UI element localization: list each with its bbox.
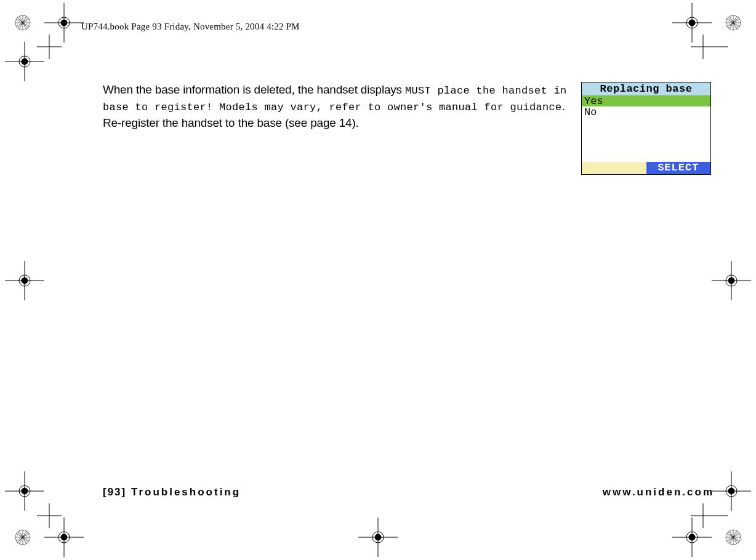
lcd-softkey-left (582, 162, 646, 174)
crop-frame-tl (37, 34, 74, 71)
svg-line-8 (16, 19, 30, 26)
svg-point-58 (19, 275, 30, 286)
crop-cross-br (672, 518, 712, 557)
footer-url: www.uniden.com (603, 486, 714, 498)
reg-mark-bottom-right (725, 529, 741, 545)
svg-point-42 (686, 17, 698, 28)
footer-section: Troubleshooting (131, 486, 241, 498)
lcd-softkeys: SELECT (582, 162, 710, 174)
svg-point-18 (15, 530, 30, 545)
crop-cross-ll (5, 471, 44, 511)
reg-mark-top-left (15, 15, 31, 31)
svg-point-67 (22, 488, 28, 494)
para-lead: When the base information is deleted, th… (103, 83, 405, 96)
svg-point-9 (726, 15, 741, 30)
svg-point-27 (726, 530, 741, 545)
crop-frame-tr (678, 34, 728, 71)
crop-cross-tr (672, 3, 712, 42)
svg-line-25 (16, 534, 30, 541)
svg-point-74 (19, 56, 30, 67)
lcd-softkey-right: SELECT (646, 162, 711, 174)
svg-point-66 (19, 486, 30, 497)
svg-line-26 (16, 534, 30, 541)
svg-point-54 (372, 532, 384, 543)
svg-line-23 (19, 530, 26, 544)
svg-line-33 (730, 530, 737, 544)
svg-line-7 (16, 19, 30, 26)
lcd-body-fill (582, 118, 710, 162)
reg-mark-bottom-left (15, 529, 31, 545)
footer-page-number: [93] (103, 486, 126, 498)
svg-point-43 (689, 20, 695, 26)
svg-point-0 (15, 15, 30, 30)
svg-line-12 (728, 17, 739, 28)
crop-cross-lr (712, 471, 751, 511)
crop-cross-mr (712, 261, 751, 300)
svg-line-14 (730, 16, 737, 30)
svg-line-24 (19, 530, 26, 544)
lcd-title: Replacing base (582, 82, 710, 95)
svg-line-4 (17, 17, 28, 28)
body-paragraph: When the base information is deleted, th… (103, 82, 577, 130)
svg-line-22 (17, 532, 28, 543)
svg-point-59 (22, 278, 28, 284)
svg-line-34 (726, 534, 740, 541)
svg-point-38 (58, 17, 70, 28)
lcd-screen: Replacing base Yes No SELECT (581, 82, 711, 175)
reg-mark-top-right (725, 15, 741, 31)
svg-point-50 (686, 532, 698, 543)
svg-line-3 (17, 17, 28, 28)
svg-point-46 (58, 532, 70, 543)
svg-point-51 (689, 534, 695, 540)
svg-line-6 (19, 16, 26, 30)
svg-point-62 (726, 275, 737, 286)
crop-cross-bl (44, 518, 84, 557)
svg-point-75 (22, 58, 28, 65)
lcd-option-yes: Yes (582, 95, 710, 106)
svg-point-55 (375, 534, 381, 540)
svg-line-17 (726, 19, 740, 26)
lcd-option-no: No (582, 106, 710, 118)
svg-line-30 (728, 532, 739, 543)
crop-cross-bc (358, 518, 398, 557)
crop-frame-bl (37, 491, 74, 528)
svg-point-47 (61, 534, 67, 540)
svg-line-5 (19, 16, 26, 30)
svg-line-35 (726, 534, 740, 541)
svg-point-71 (728, 488, 734, 494)
svg-point-39 (61, 20, 67, 26)
svg-line-31 (728, 532, 739, 543)
svg-line-32 (730, 530, 737, 544)
crop-cross-ul (5, 42, 44, 81)
svg-line-13 (728, 17, 739, 28)
page-footer: [93] Troubleshooting www.uniden.com (103, 486, 714, 498)
svg-point-70 (726, 486, 737, 497)
svg-line-21 (17, 532, 28, 543)
crop-cross-tl (44, 3, 84, 42)
svg-line-16 (726, 19, 740, 26)
svg-point-63 (728, 278, 734, 284)
svg-line-15 (730, 16, 737, 30)
crop-cross-ml (5, 261, 44, 300)
footer-left: [93] Troubleshooting (103, 486, 241, 498)
book-header-path: UP744.book Page 93 Friday, November 5, 2… (81, 22, 300, 32)
